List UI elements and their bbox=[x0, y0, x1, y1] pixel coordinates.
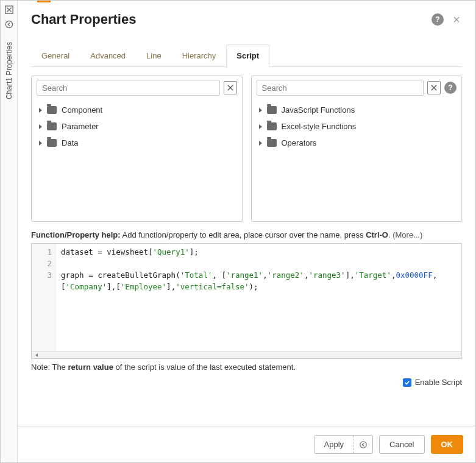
chevron-right-icon bbox=[259, 141, 262, 146]
help-body: Add function/property to edit area, plac… bbox=[121, 230, 366, 239]
folder-icon bbox=[267, 122, 277, 130]
note-bold: return value bbox=[68, 362, 113, 372]
svg-point-1 bbox=[5, 21, 12, 27]
ok-button[interactable]: OK bbox=[431, 435, 464, 454]
rail-collapse-icon[interactable] bbox=[4, 19, 15, 30]
chevron-right-icon bbox=[39, 141, 42, 146]
folder-icon bbox=[47, 122, 57, 130]
help-shortcut: Ctrl-O bbox=[366, 230, 388, 239]
tree-item-js-functions[interactable]: JavaScript Functions bbox=[257, 102, 457, 118]
dialog-main: Chart Properties ? × General Advanced Li… bbox=[18, 1, 475, 462]
chevron-right-icon bbox=[39, 108, 42, 113]
script-editor[interactable]: 1 2 3 dataset = viewsheet['Query1']; gra… bbox=[31, 243, 462, 359]
enable-script-checkbox[interactable] bbox=[403, 378, 411, 387]
right-search-clear-icon[interactable] bbox=[427, 81, 441, 94]
line-number: 1 bbox=[34, 246, 52, 258]
right-tree-list: JavaScript Functions Excel-style Functio… bbox=[252, 99, 462, 221]
tree-item-parameter[interactable]: Parameter bbox=[37, 118, 237, 135]
tab-body: Component Parameter Data ? bbox=[18, 67, 475, 426]
tab-hierarchy[interactable]: Hierarchy bbox=[172, 44, 227, 67]
rail-panel-label[interactable]: Chart1 Properties bbox=[5, 38, 13, 103]
left-tree-panel: Component Parameter Data bbox=[31, 76, 243, 222]
editor-gutter: 1 2 3 bbox=[32, 244, 56, 358]
help-prefix: Function/Property help: bbox=[31, 230, 121, 239]
tree-item-label: JavaScript Functions bbox=[282, 105, 355, 115]
tree-item-label: Parameter bbox=[62, 122, 99, 131]
line-number: 2 bbox=[34, 258, 52, 269]
dialog-footer: Apply Cancel OK bbox=[18, 426, 475, 462]
close-icon[interactable]: × bbox=[451, 14, 462, 25]
sidebar-rail: Chart1 Properties bbox=[1, 1, 18, 462]
apply-button[interactable]: Apply bbox=[314, 436, 354, 453]
chevron-right-icon bbox=[259, 124, 262, 129]
tree-item-label: Component bbox=[62, 105, 102, 115]
left-search-input[interactable] bbox=[37, 80, 220, 96]
help-icon[interactable]: ? bbox=[432, 13, 444, 26]
editor-scrollbar[interactable] bbox=[32, 351, 461, 358]
tree-item-excel-functions[interactable]: Excel-style Functions bbox=[257, 118, 457, 135]
right-tree-panel: ? JavaScript Functions Excel-style Funct… bbox=[251, 76, 463, 222]
chevron-right-icon bbox=[39, 124, 42, 129]
enable-script-label: Enable Script bbox=[415, 378, 462, 387]
tab-script[interactable]: Script bbox=[226, 44, 269, 67]
left-tree-list: Component Parameter Data bbox=[32, 99, 242, 221]
tree-item-component[interactable]: Component bbox=[37, 102, 237, 118]
tab-general[interactable]: General bbox=[31, 44, 80, 67]
tree-item-operators[interactable]: Operators bbox=[257, 135, 457, 151]
cancel-button[interactable]: Cancel bbox=[379, 435, 424, 454]
tab-advanced[interactable]: Advanced bbox=[80, 44, 136, 67]
svg-point-2 bbox=[360, 441, 367, 448]
note-suffix: of the script is value of the last execu… bbox=[113, 362, 296, 372]
left-search-clear-icon[interactable] bbox=[224, 81, 237, 94]
function-help-line: Function/Property help: Add function/pro… bbox=[31, 230, 462, 239]
folder-icon bbox=[267, 139, 277, 147]
tree-item-label: Operators bbox=[282, 138, 317, 147]
tree-panels: Component Parameter Data ? bbox=[31, 76, 462, 222]
tab-line[interactable]: Line bbox=[136, 44, 172, 67]
editor-content[interactable]: dataset = viewsheet['Query1']; graph = c… bbox=[56, 244, 461, 358]
tree-item-label: Data bbox=[62, 138, 78, 147]
tree-item-label: Excel-style Functions bbox=[282, 122, 357, 131]
help-more-link[interactable]: . (More...) bbox=[388, 230, 422, 239]
right-help-icon[interactable]: ? bbox=[444, 82, 456, 94]
folder-icon bbox=[47, 106, 57, 114]
dialog-title: Chart Properties bbox=[31, 12, 432, 27]
folder-icon bbox=[267, 106, 277, 114]
rail-close-icon[interactable] bbox=[4, 4, 15, 15]
right-search-input[interactable] bbox=[257, 80, 424, 96]
return-value-note: Note: The return value of the script is … bbox=[31, 362, 462, 372]
enable-script-row: Enable Script bbox=[31, 378, 462, 387]
line-number: 3 bbox=[34, 269, 52, 281]
revert-button[interactable] bbox=[354, 436, 372, 453]
note-prefix: Note: The bbox=[31, 362, 68, 372]
apply-button-group: Apply bbox=[314, 435, 374, 454]
chevron-right-icon bbox=[259, 108, 262, 113]
folder-icon bbox=[47, 139, 57, 147]
tree-item-data[interactable]: Data bbox=[37, 135, 237, 151]
dialog-header: Chart Properties ? × bbox=[18, 1, 475, 32]
tabs: General Advanced Line Hierarchy Script bbox=[31, 44, 462, 67]
app-root: Chart1 Properties Chart Properties ? × G… bbox=[0, 0, 476, 463]
